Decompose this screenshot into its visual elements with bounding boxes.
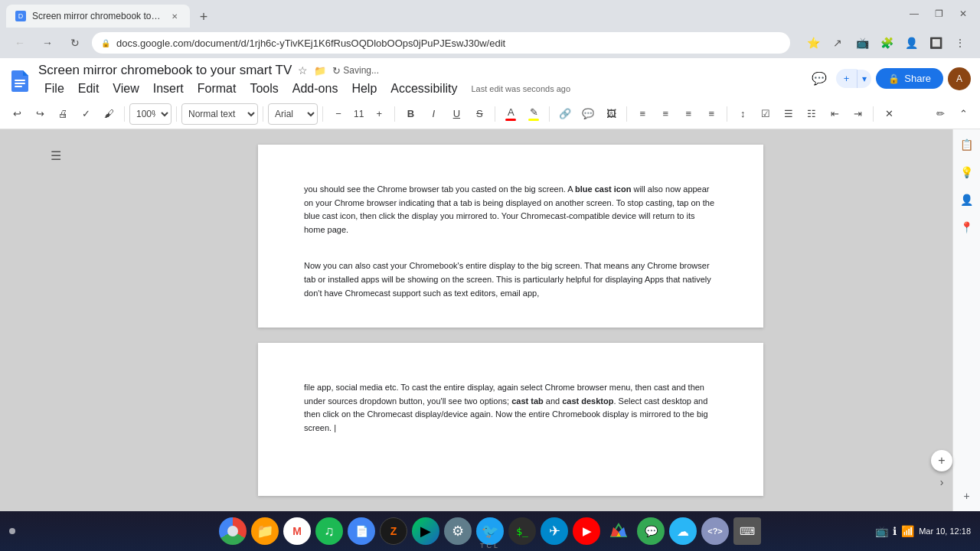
spotify-icon[interactable]: ♫ — [315, 517, 343, 545]
underline-button[interactable]: U — [446, 103, 467, 125]
telegram-icon[interactable]: ✈ — [541, 517, 568, 545]
info-tray-icon[interactable]: ℹ — [893, 525, 897, 537]
menu-edit[interactable]: Edit — [72, 79, 106, 99]
url-text: docs.google.com/document/d/1rjh6c-yTivKE… — [116, 37, 781, 49]
cloud-icon[interactable]: ☁ — [669, 517, 697, 545]
link-button[interactable]: 🔗 — [554, 103, 576, 125]
suggestions-icon[interactable]: 💡 — [958, 163, 976, 181]
active-tab[interactable]: D Screen mirror chromebook to y... ✕ — [6, 5, 190, 28]
tab-close-button[interactable]: ✕ — [168, 10, 181, 22]
comments-icon[interactable]: 💬 — [807, 67, 831, 91]
add-page-button[interactable]: + — [931, 450, 952, 471]
location-icon[interactable]: 📍 — [958, 218, 976, 236]
youtube-icon[interactable]: ▶ — [573, 517, 600, 545]
bullet-list-button[interactable]: ☰ — [778, 103, 799, 125]
image-button[interactable]: 🖼 — [600, 103, 622, 125]
numbered-list-button[interactable]: ☷ — [801, 103, 822, 125]
docs-outline-icon[interactable]: 📋 — [958, 135, 976, 154]
text-color-button[interactable]: A — [500, 103, 521, 125]
menu-view[interactable]: View — [106, 79, 145, 99]
zoom-select[interactable]: 100% — [129, 103, 172, 125]
redo-button[interactable]: ↪ — [29, 103, 51, 125]
star-icon[interactable]: ☆ — [298, 64, 308, 77]
wifi-tray-icon[interactable]: 📶 — [901, 525, 914, 537]
menu-file[interactable]: File — [38, 79, 70, 99]
menu-addons[interactable]: Add-ons — [286, 79, 345, 99]
align-right-button[interactable]: ≡ — [678, 103, 699, 125]
document-area[interactable]: you should see the Chrome browser tab yo… — [69, 129, 952, 511]
collapse-toolbar-button[interactable]: ⌃ — [952, 103, 974, 125]
people-icon[interactable]: 👤 — [958, 191, 976, 209]
font-increase-button[interactable]: + — [368, 103, 390, 125]
drive-icon[interactable] — [605, 517, 632, 545]
back-button[interactable]: ← — [9, 32, 31, 54]
floating-controls: + › — [931, 450, 952, 488]
clear-format-button[interactable]: ✕ — [878, 103, 900, 125]
bold-button[interactable]: B — [400, 103, 421, 125]
zed-icon[interactable]: Z — [380, 517, 407, 545]
menu-accessibility[interactable]: Accessibility — [384, 79, 463, 99]
paintformat-button[interactable]: 🖌 — [98, 103, 119, 125]
files-icon[interactable]: 📁 — [251, 517, 279, 545]
bookmark-icon[interactable]: ⭐ — [802, 32, 824, 54]
increase-indent-button[interactable]: ⇥ — [847, 103, 868, 125]
menu-tools[interactable]: Tools — [243, 79, 284, 99]
menu-format[interactable]: Format — [191, 79, 243, 99]
php-icon[interactable]: <?> — [701, 517, 729, 545]
gmail-icon[interactable]: M — [283, 517, 311, 545]
align-center-button[interactable]: ≡ — [655, 103, 676, 125]
add-panel-icon[interactable]: + — [958, 487, 976, 505]
undo-button[interactable]: ↩ — [6, 103, 28, 125]
tcl-brand: TCL — [480, 542, 500, 549]
minimize-button[interactable]: — — [903, 3, 925, 24]
terminal-icon[interactable]: $_ — [508, 517, 536, 545]
profile-icon[interactable]: 👤 — [900, 32, 922, 54]
messages-icon[interactable]: 💬 — [637, 517, 665, 545]
forward-button[interactable]: → — [37, 32, 58, 54]
folder-icon[interactable]: 📁 — [314, 65, 326, 77]
align-left-button[interactable]: ≡ — [632, 103, 653, 125]
decrease-indent-button[interactable]: ⇤ — [824, 103, 845, 125]
gdocs-icon[interactable]: 📄 — [348, 517, 375, 545]
close-button[interactable]: ✕ — [952, 3, 974, 24]
outline-toggle-icon[interactable]: ☰ — [51, 148, 61, 163]
user-avatar[interactable]: A — [948, 67, 971, 90]
print-button[interactable]: 🖨 — [52, 103, 74, 125]
highlight-button[interactable]: ✎ — [523, 103, 544, 125]
menu-help[interactable]: Help — [345, 79, 383, 99]
refresh-button[interactable]: ↻ — [64, 32, 86, 54]
keyboard-icon[interactable]: ⌨ — [733, 517, 761, 545]
share-button[interactable]: 🔒 Share — [876, 68, 943, 89]
chrome-icon[interactable] — [219, 517, 247, 545]
page1-content-2: Now you can also cast your Chromebook's … — [304, 259, 717, 300]
font-decrease-button[interactable]: − — [328, 103, 349, 125]
line-spacing-button[interactable]: ↕ — [732, 103, 753, 125]
font-select[interactable]: Arial — [268, 103, 318, 125]
extension2-icon[interactable]: 🔲 — [925, 32, 946, 54]
share-page-icon[interactable]: ↗ — [827, 32, 848, 54]
menu-insert[interactable]: Insert — [147, 79, 190, 99]
editing-mode-button[interactable]: ✏ — [929, 103, 951, 125]
play-store-icon[interactable]: ▶ — [412, 517, 439, 545]
spellcheck-button[interactable]: ✓ — [75, 103, 96, 125]
active-dot — [9, 528, 15, 534]
strikethrough-button[interactable]: S — [469, 103, 490, 125]
menu-icon[interactable]: ⋮ — [949, 32, 971, 54]
extensions-icon[interactable]: 🧩 — [876, 32, 897, 54]
new-tab-button[interactable]: + — [193, 6, 214, 28]
next-page-button[interactable]: › — [940, 476, 944, 488]
maximize-button[interactable]: ❐ — [928, 3, 949, 24]
url-bar[interactable]: 🔒 docs.google.com/document/d/1rjh6c-yTiv… — [92, 32, 790, 54]
comment-button[interactable]: 💬 — [577, 103, 599, 125]
cast-icon[interactable]: 📺 — [851, 32, 873, 54]
settings-icon[interactable]: ⚙ — [444, 517, 472, 545]
italic-button[interactable]: I — [423, 103, 444, 125]
cast-tray-icon[interactable]: 📺 — [875, 525, 888, 537]
docs-header: Screen mirror chromebook to your smart T… — [0, 58, 980, 99]
justify-button[interactable]: ≡ — [701, 103, 722, 125]
twitter-icon[interactable]: 🐦 — [476, 517, 504, 545]
checklist-button[interactable]: ☑ — [755, 103, 776, 125]
style-select[interactable]: Normal text — [181, 103, 258, 125]
docs-document-title[interactable]: Screen mirror chromebook to your smart T… — [38, 63, 292, 78]
add-comment-button[interactable]: + ▾ — [836, 69, 872, 88]
